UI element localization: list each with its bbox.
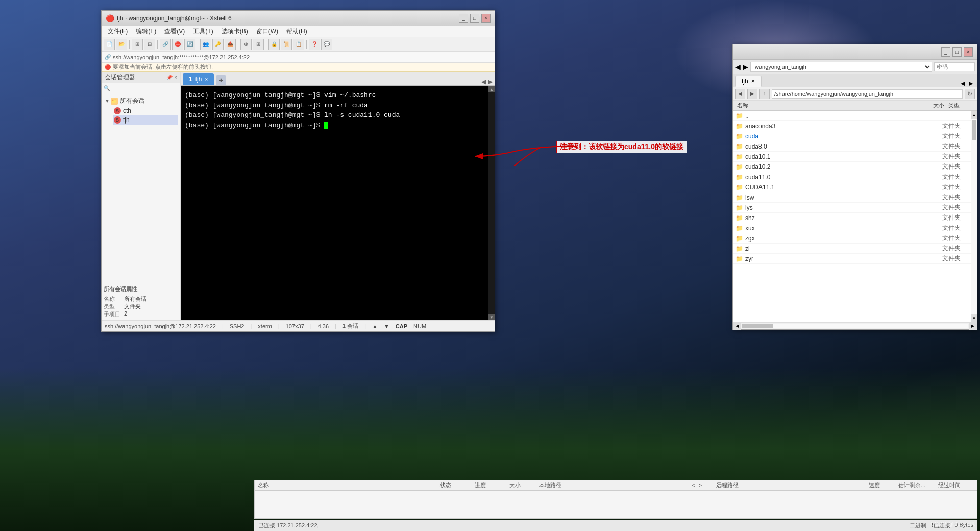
scroll-up-status[interactable]: ▲: [372, 323, 378, 329]
file-row-dotdot[interactable]: 📁 ..: [733, 111, 971, 121]
fm-back-btn[interactable]: ◀: [735, 63, 741, 71]
menu-file[interactable]: 文件(F): [104, 26, 132, 37]
menu-window[interactable]: 窗口(W): [252, 26, 282, 37]
menu-help[interactable]: 帮助(H): [282, 26, 311, 37]
toolbar-fullscreen[interactable]: ⊞: [253, 39, 264, 50]
tab-close-btn[interactable]: ×: [205, 77, 208, 82]
fm-hscroll[interactable]: ◀ ▶: [733, 322, 977, 329]
fm-scroll-up[interactable]: ▲: [971, 111, 977, 119]
close-button[interactable]: ×: [481, 14, 491, 23]
toolbar-key[interactable]: 🔑: [212, 39, 224, 50]
file-type-lsw: 文件夹: [938, 193, 969, 202]
file-name-cuda101: cuda10.1: [745, 153, 913, 160]
fm-hscroll-right[interactable]: ▶: [969, 323, 977, 330]
fm-scrollbar[interactable]: ▲ ▼: [971, 111, 977, 322]
toolbar-lock[interactable]: 🔒: [268, 39, 280, 50]
file-row-shz[interactable]: 📁 shz 文件夹: [733, 213, 971, 223]
session-item-cth[interactable]: S cth: [113, 106, 178, 115]
file-row-CUDA111[interactable]: 📁 CUDA11.1 文件夹: [733, 182, 971, 192]
session-item-tjh[interactable]: S tjh: [113, 115, 178, 125]
fm-session-select[interactable]: wangyongjun_tangjh: [750, 62, 932, 72]
session-tree-all-sessions[interactable]: ▼ 📁 所有会话: [104, 95, 178, 106]
tab-tjh[interactable]: 1 tjh ×: [183, 73, 214, 85]
fm-tab-close[interactable]: ×: [751, 78, 755, 85]
toolbar-connect[interactable]: 🔗: [160, 39, 171, 50]
tab-num: 1: [189, 76, 192, 83]
file-row-zyr[interactable]: 📁 zyr 文件夹: [733, 254, 971, 264]
toolbar-session[interactable]: 👥: [200, 39, 211, 50]
file-row-zgx[interactable]: 📁 zgx 文件夹: [733, 233, 971, 244]
session-search: 🔍: [102, 83, 180, 93]
file-row-zl[interactable]: 📁 zl 文件夹: [733, 244, 971, 254]
toolbar-sep1: [129, 40, 130, 49]
fm-close-btn[interactable]: ×: [964, 47, 973, 57]
fm-minimize-btn[interactable]: _: [941, 47, 950, 57]
file-row-cuda8[interactable]: 📁 cuda8.0 文件夹: [733, 141, 971, 152]
terminal-cursor: [324, 122, 328, 129]
fm-password-input[interactable]: [934, 62, 975, 71]
fm-hscroll-thumb[interactable]: [742, 324, 773, 328]
toolbar-log[interactable]: 📋: [293, 39, 304, 50]
file-row-lys[interactable]: 📁 lys 文件夹: [733, 203, 971, 213]
terminal[interactable]: (base) [wangyongjun_tangjh@mgt ~]$ vim ~…: [181, 86, 488, 320]
file-row-anaconda3[interactable]: 📁 anaconda3 文件夹: [733, 121, 971, 131]
fm-nav-back[interactable]: ◀: [735, 89, 745, 99]
terminal-line-4: (base) [wangyongjun_tangjh@mgt ~]$: [185, 120, 484, 131]
transfer-col-remotepath: 远程路径: [716, 481, 865, 489]
session-tree: ▼ 📁 所有会话 S cth S tjh: [102, 93, 180, 283]
toolbar-chat[interactable]: 💬: [321, 39, 332, 50]
session-pin-icon[interactable]: 📌: [166, 75, 173, 80]
toolbar-paste[interactable]: ⊟: [144, 39, 155, 50]
menu-edit[interactable]: 编辑(E): [132, 26, 160, 37]
toolbar-zoom[interactable]: ⊕: [240, 39, 252, 50]
toolbar-help[interactable]: ❓: [309, 39, 320, 50]
file-icon-lys: 📁: [735, 204, 743, 212]
file-row-lsw[interactable]: 📁 lsw 文件夹: [733, 192, 971, 203]
scroll-up-btn[interactable]: ▲: [488, 86, 495, 92]
tab-nav-right[interactable]: ▶: [488, 78, 493, 85]
toolbar-script[interactable]: 📜: [281, 39, 292, 50]
file-row-cuda[interactable]: 📁 cuda 文件夹: [733, 131, 971, 141]
menu-view[interactable]: 查看(V): [160, 26, 189, 37]
file-row-cuda101[interactable]: 📁 cuda10.1 文件夹: [733, 152, 971, 162]
file-row-cuda102[interactable]: 📁 cuda10.2 文件夹: [733, 162, 971, 172]
transfer-col-arrow: <-->: [692, 482, 712, 488]
fm-tab-tjh[interactable]: tjh ×: [735, 76, 762, 87]
fm-nav-up[interactable]: ↑: [760, 89, 770, 99]
maximize-button[interactable]: □: [470, 14, 479, 23]
tab-nav-left[interactable]: ◀: [481, 78, 486, 85]
fm-tab-nav-left[interactable]: ◀: [959, 80, 967, 87]
toolbar-open[interactable]: 📂: [116, 39, 127, 50]
scroll-down-btn[interactable]: ▼: [488, 314, 495, 320]
menu-options[interactable]: 选项卡(B): [217, 26, 252, 37]
fm-scroll-thumb[interactable]: [972, 120, 976, 140]
fm-refresh-btn[interactable]: ↻: [965, 89, 975, 99]
minimize-button[interactable]: _: [459, 14, 468, 23]
fm-hscroll-left[interactable]: ◀: [733, 323, 741, 330]
toolbar-copy[interactable]: ⊞: [132, 39, 143, 50]
fm-tab-nav-right[interactable]: ▶: [967, 80, 975, 87]
fm-maximize-btn[interactable]: □: [952, 47, 962, 57]
fm-forward-btn[interactable]: ▶: [743, 63, 748, 71]
session-header: 会话管理器 📌 ×: [102, 72, 180, 83]
fm-scroll-down[interactable]: ▼: [971, 314, 977, 322]
fm-col-name-header: 名称: [735, 102, 919, 109]
terminal-scrollbar[interactable]: ▲ ▼: [488, 86, 495, 320]
fm-hscroll-track: [742, 324, 968, 328]
file-type-zyr: 文件夹: [938, 254, 969, 263]
props-row-children: 子项目 2: [104, 310, 178, 318]
fm-nav-forward[interactable]: ▶: [747, 89, 757, 99]
file-row-xux[interactable]: 📁 xux 文件夹: [733, 223, 971, 233]
session-close-icon[interactable]: ×: [174, 75, 177, 80]
toolbar-reconnect[interactable]: 🔄: [184, 39, 195, 50]
toolbar-transfer[interactable]: 📤: [225, 39, 236, 50]
toolbar-sep6: [306, 40, 307, 49]
toolbar-disconnect[interactable]: ⛔: [172, 39, 183, 50]
menu-tools[interactable]: 工具(T): [189, 26, 217, 37]
tab-add-btn[interactable]: +: [216, 75, 226, 85]
file-row-cuda110[interactable]: 📁 cuda11.0 文件夹: [733, 172, 971, 182]
transfer-col-eta: 估计剩余...: [898, 481, 934, 489]
scroll-down-status[interactable]: ▼: [384, 323, 389, 329]
fm-path-input[interactable]: [772, 89, 963, 99]
toolbar-new[interactable]: 📄: [104, 39, 115, 50]
